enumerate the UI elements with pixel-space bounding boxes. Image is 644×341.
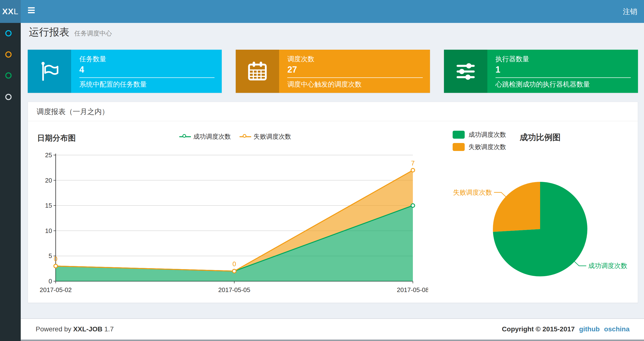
svg-text:失败调度次数: 失败调度次数 [453, 189, 492, 196]
sidebar-toggle-icon[interactable] [28, 7, 35, 16]
oschina-link[interactable]: oschina [604, 319, 630, 339]
info-box-description: 调度中心触发的调度次数 [287, 80, 422, 89]
panel-title: 调度报表（一月之内） [28, 102, 638, 121]
svg-text:15: 15 [45, 202, 52, 209]
page-header: 运行报表 任务调度中心 [29, 25, 112, 39]
calendar-icon [236, 50, 279, 93]
logout-button[interactable]: 注销 [616, 0, 644, 23]
svg-text:0: 0 [54, 255, 57, 263]
info-box-body: 任务数量 4 系统中配置的任务数量 [71, 50, 222, 93]
date-distribution-chart: 05101520252017-05-022017-05-052017-05-08… [28, 135, 428, 294]
svg-text:25: 25 [45, 151, 52, 159]
info-box-label: 执行器数量 [496, 55, 631, 64]
sidebar-item-run-report[interactable] [5, 30, 12, 37]
github-link[interactable]: github [579, 319, 600, 339]
svg-text:0: 0 [49, 277, 52, 285]
powered-prefix: Powered by [36, 325, 71, 333]
info-box-body: 调度次数 27 调度中心触发的调度次数 [279, 50, 430, 93]
top-navbar: XXL 注销 [0, 0, 644, 23]
info-box-divider [287, 77, 422, 78]
info-box-row: 任务数量 4 系统中配置的任务数量 [28, 50, 638, 93]
info-box-description: 系统中配置的任务数量 [79, 80, 214, 89]
info-box-value: 1 [496, 64, 631, 75]
info-box-divider [496, 77, 631, 78]
copyright-text: Copyright © 2015-2017 [502, 319, 574, 339]
svg-text:7: 7 [411, 160, 414, 167]
logo-rest-text: L [14, 7, 18, 16]
sidebar-item-help[interactable] [5, 94, 12, 100]
info-box-value: 4 [79, 64, 214, 75]
svg-text:5: 5 [49, 252, 52, 259]
info-box-label: 任务数量 [79, 55, 214, 64]
footer-powered-by: Powered by XXL-JOB 1.7 [36, 319, 114, 339]
left-sidebar [0, 23, 21, 341]
info-box-divider [79, 77, 214, 78]
info-box-trigger-count: 调度次数 27 调度中心触发的调度次数 [236, 50, 430, 93]
footer-copyright: Copyright © 2015-2017 github oschina [502, 319, 630, 339]
page-title: 运行报表 [29, 26, 70, 38]
product-version: 1.7 [104, 325, 114, 333]
flag-icon [28, 50, 71, 93]
product-name: XXL-JOB [73, 325, 102, 333]
sidebar-item-job-manage[interactable] [5, 51, 12, 58]
info-box-body: 执行器数量 1 心跳检测成功的执行器机器数量 [487, 50, 638, 93]
svg-text:2017-05-08: 2017-05-08 [397, 286, 428, 293]
page-bottom-strip [21, 339, 644, 341]
svg-text:2017-05-05: 2017-05-05 [218, 286, 250, 293]
info-box-executor-count: 执行器数量 1 心跳检测成功的执行器机器数量 [444, 50, 638, 93]
sliders-icon [444, 50, 487, 93]
svg-text:0: 0 [232, 260, 236, 268]
success-ratio-pie-chart: 失败调度次数成功调度次数 [432, 135, 636, 292]
page-subtitle: 任务调度中心 [74, 30, 112, 37]
content-area: 运行报表 任务调度中心 任务数量 4 系统中配置的任务数量 [21, 23, 644, 318]
svg-text:2017-05-02: 2017-05-02 [40, 286, 72, 293]
info-box-value: 27 [287, 64, 422, 75]
svg-text:成功调度次数: 成功调度次数 [588, 262, 627, 269]
info-box-label: 调度次数 [287, 55, 422, 64]
footer: Powered by XXL-JOB 1.7 Copyright © 2015-… [21, 318, 644, 339]
report-panel: 调度报表（一月之内） 日期分布图 成功调度次数 失败调度次数 成功调度次数 [28, 102, 638, 303]
svg-text:10: 10 [45, 227, 52, 234]
info-box-job-count: 任务数量 4 系统中配置的任务数量 [28, 50, 222, 93]
app-logo[interactable]: XXL [0, 0, 21, 23]
info-box-description: 心跳检测成功的执行器机器数量 [496, 80, 631, 89]
svg-text:20: 20 [45, 177, 52, 184]
logo-bold-text: XX [2, 7, 14, 16]
sidebar-item-executor-manage[interactable] [5, 72, 12, 79]
